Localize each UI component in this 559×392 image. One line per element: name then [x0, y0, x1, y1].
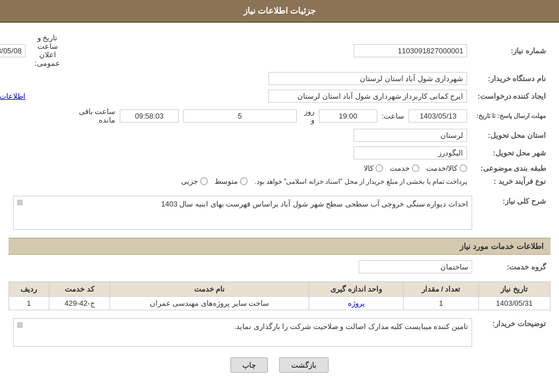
kala-input[interactable]: [376, 165, 383, 172]
saat-box: 19:00: [319, 109, 377, 123]
tarikh-elaan-box: 1403/05/08 - 08:14: [0, 44, 26, 57]
ejad-konande-label: ایجاد کننده درخواست:: [472, 87, 550, 105]
etelaat-tamas-link[interactable]: اطلاعات تماس خریدار: [0, 92, 26, 100]
saat-label: ساعت:: [382, 112, 405, 120]
info-table-1: شماره نیاز: 1103091827000001 تاریخ و ساع…: [0, 31, 550, 188]
grohe-khedmat-value-cell: ساختمان: [9, 258, 477, 276]
col-tarikh: تاریخ نیاز: [478, 282, 550, 297]
row-ejad-konande: ایجاد کننده درخواست: ایرج کمانی کاربرداز…: [0, 87, 550, 105]
row-shomare-niaz: شماره نیاز: 1103091827000001 تاریخ و ساع…: [0, 31, 550, 70]
khedamat-section-title: اطلاعات خدمات مورد نیاز: [9, 238, 550, 255]
motovaset-label: متوسط: [215, 177, 238, 186]
tabaghebandi-value: کالا/خدمت خدمت کالا: [0, 162, 472, 175]
etelaat-tamas-cell: اطلاعات تماس خریدار: [0, 87, 30, 105]
col-name: نام خدمت: [110, 282, 309, 297]
shomare-niaz-label: شماره نیاز:: [472, 31, 550, 70]
kala-khedmat-label: کالا/خدمت: [426, 164, 458, 172]
tabaghebandi-label: طبقه بندی موضوعی:: [472, 162, 550, 175]
cell-tarikh: 1403/05/31: [478, 297, 550, 310]
motovaset-radio[interactable]: متوسط: [215, 177, 247, 186]
button-row: بازگشت چاپ: [9, 357, 550, 373]
ostan-tahvil-box: لرستان: [354, 129, 467, 142]
row-tabaghebandi: طبقه بندی موضوعی: کالا/خدمت خدمت: [0, 162, 550, 175]
row-grohe-khedmat: گروه خدمت: ساختمان: [9, 258, 550, 276]
kala-radio[interactable]: کالا: [364, 164, 383, 172]
sharh-box: احداث دیواره سنگی خروجی آب سطحی سطح شهر …: [13, 196, 472, 230]
nam-dastgah-box: شهرداری شول آباد استان لرستان: [268, 72, 467, 85]
jozee-radio[interactable]: جزیی: [181, 177, 208, 186]
cell-radif: 1: [9, 297, 49, 310]
roz-box: 5: [183, 109, 297, 123]
tosihaat-label: توضیحات خریدار:: [477, 316, 550, 349]
row-nam-dastgah: نام دستگاه خریدار: شهرداری شول آباد استا…: [0, 70, 550, 87]
shahr-tahvil-label: شهر محل تحویل:: [472, 144, 550, 162]
cell-name: ساخت سایر پروژه‌های مهندسی عمران: [110, 297, 309, 310]
tarikh-elaan-label: تاریخ و ساعت اعلان عمومی:: [30, 31, 65, 70]
ostan-tahvil-value: لرستان: [0, 127, 472, 144]
page-wrapper: جزئیات اطلاعات نیاز شماره نیاز: 11030918…: [0, 0, 559, 392]
baqi-label: ساعت باقی مانده: [69, 107, 116, 124]
row-tosihaat: توضیحات خریدار: تامین کننده میبایست کلیه…: [9, 316, 550, 349]
sharh-text: احداث دیواره سنگی خروجی آب سطحی سطح شهر …: [161, 200, 468, 208]
col-unit: واحد اندازه گیری: [309, 282, 404, 297]
resize-handle-2[interactable]: [17, 322, 23, 328]
ostan-tahvil-label: استان محل تحویل:: [472, 127, 550, 144]
col-radif: ردیف: [9, 282, 49, 297]
tarikh-box: 1403/05/13: [409, 109, 467, 123]
shahr-tahvil-box: الیگودرز: [354, 146, 467, 159]
col-count: تعداد / مقدار: [404, 282, 478, 297]
roz-label: روز و: [301, 107, 314, 124]
row-shahr-tahvil: شهر محل تحویل: الیگودرز: [0, 144, 550, 162]
tosihaat-value-cell: تامین کننده میبایست کلیه مدارک اصالت و ص…: [9, 316, 477, 349]
ejad-konande-box: ایرج کمانی کاربرداز شهرداری شول آباد است…: [268, 90, 467, 103]
tosihaat-text: تامین کننده میبایست کلیه مدارک اصالت و ص…: [234, 322, 468, 331]
sharh-label: شرح کلی نیاز:: [477, 193, 550, 232]
sharh-value-cell: احداث دیواره سنگی خروجی آب سطحی سطح شهر …: [9, 193, 477, 232]
table-header: تاریخ نیاز تعداد / مقدار واحد اندازه گیر…: [9, 282, 550, 297]
mohlat-label: مهلت ارسال پاسخ: تا تاریخ:: [472, 105, 550, 127]
table-body: 1403/05/31 1 پروژه ساخت سایر پروژه‌های م…: [9, 297, 550, 310]
notice-text: پرداخت تمام یا بخشی از مبلغ خریدار از مح…: [254, 178, 467, 186]
tarikh-elaan-value: 1403/05/08 - 08:14: [0, 31, 30, 70]
col-code: کد خدمت: [49, 282, 110, 297]
motovaset-input[interactable]: [240, 178, 247, 185]
tosihaat-box: تامین کننده میبایست کلیه مدارک اصالت و ص…: [13, 318, 472, 347]
noe-farayand-label: نوع فرآیند خرید :: [472, 175, 550, 188]
cell-unit: پروژه: [309, 297, 404, 310]
row-sharh: شرح کلی نیاز: احداث دیواره سنگی خروجی آب…: [9, 193, 550, 232]
back-button[interactable]: بازگشت: [279, 357, 329, 373]
jozee-input[interactable]: [200, 178, 208, 185]
row-noe-farayand: نوع فرآیند خرید : پرداخت تمام یا بخشی از…: [0, 175, 550, 188]
khedmat-label: خدمت: [390, 164, 410, 172]
khedmat-input[interactable]: [412, 165, 419, 172]
khedmat-radio[interactable]: خدمت: [390, 164, 419, 172]
cell-count: 1: [404, 297, 478, 310]
sharh-table: شرح کلی نیاز: احداث دیواره سنگی خروجی آب…: [9, 193, 550, 232]
services-table: تاریخ نیاز تعداد / مقدار واحد اندازه گیر…: [9, 281, 550, 310]
shomare-niaz-box: 1103091827000001: [354, 44, 467, 57]
row-mohlat: مهلت ارسال پاسخ: تا تاریخ: 1403/05/13 سا…: [0, 105, 550, 127]
noe-farayand-value: پرداخت تمام یا بخشی از مبلغ خریدار از مح…: [0, 175, 472, 188]
kala-label: کالا: [364, 164, 373, 172]
grohe-khedmat-box: ساختمان: [359, 260, 472, 273]
tosihaat-table: توضیحات خریدار: تامین کننده میبایست کلیه…: [9, 316, 550, 349]
header-bar: جزئیات اطلاعات نیاز: [0, 0, 559, 23]
grohe-khedmat-table: گروه خدمت: ساختمان: [9, 258, 550, 276]
table-row: 1403/05/31 1 پروژه ساخت سایر پروژه‌های م…: [9, 297, 550, 310]
mohlat-value: 1403/05/13 ساعت: 19:00 روز و 5 09:58:03 …: [65, 105, 472, 127]
kala-khedmat-input[interactable]: [460, 165, 467, 172]
baqi-box: 09:58:03: [120, 109, 178, 123]
nam-dastgah-value: شهرداری شول آباد استان لرستان: [0, 70, 472, 87]
grohe-khedmat-label: گروه خدمت:: [477, 258, 550, 276]
nam-dastgah-label: نام دستگاه خریدار:: [472, 70, 550, 87]
resize-handle[interactable]: [17, 200, 23, 205]
content-area: شماره نیاز: 1103091827000001 تاریخ و ساع…: [0, 23, 559, 387]
print-button[interactable]: چاپ: [230, 357, 268, 373]
cell-code: ج-42-429: [49, 297, 110, 310]
header-title: جزئیات اطلاعات نیاز: [243, 6, 316, 15]
jozee-label: جزیی: [181, 177, 198, 186]
shahr-tahvil-value: الیگودرز: [0, 144, 472, 162]
row-ostan-tahvil: استان محل تحویل: لرستان: [0, 127, 550, 144]
kala-khedmat-radio[interactable]: کالا/خدمت: [426, 164, 468, 172]
table-header-row: تاریخ نیاز تعداد / مقدار واحد اندازه گیر…: [9, 282, 550, 297]
